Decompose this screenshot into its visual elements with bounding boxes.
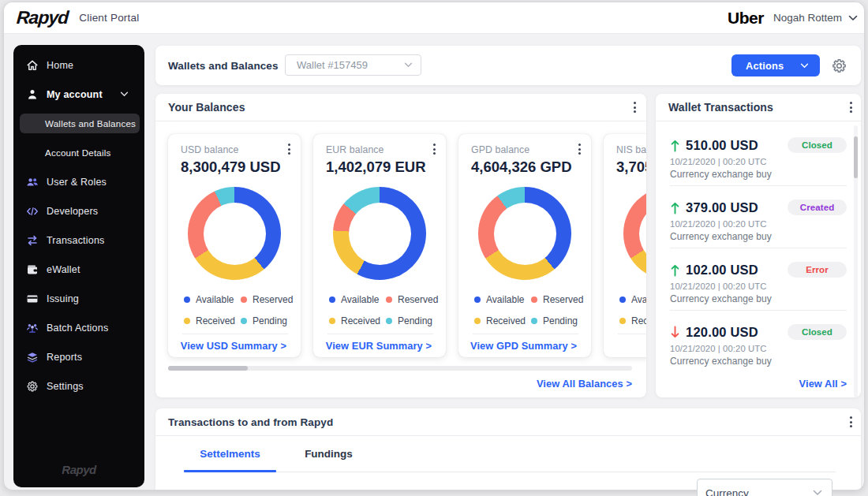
sidebar-item-batch-actions[interactable]: Batch Actions xyxy=(13,313,144,342)
sidebar-item-user-roles[interactable]: User & Roles xyxy=(13,167,144,196)
sidebar-item-home[interactable]: Home xyxy=(13,50,144,80)
transactions-vertical-scrollbar[interactable] xyxy=(854,125,858,397)
legend-dot xyxy=(329,318,335,324)
legend-dot xyxy=(619,318,626,324)
balance-card: USD balance 8,300,479 USD AvailableReser… xyxy=(168,134,301,357)
sidebar-item-my-account[interactable]: My account xyxy=(13,80,144,109)
settings-gear-icon[interactable] xyxy=(829,56,848,75)
client-portal-label: Client Portal xyxy=(79,12,139,24)
view-all-balances-link[interactable]: View All Balances > xyxy=(537,378,632,390)
legend-dot xyxy=(329,296,335,303)
currency-select-value: Currency xyxy=(705,487,749,496)
sidebar-watermark: Rapyd xyxy=(13,463,144,476)
tab-fundings[interactable]: Fundings xyxy=(276,436,381,472)
transaction-first-line: 120.00 USD Closed xyxy=(670,324,847,340)
your-balances-title: Your Balances xyxy=(168,101,245,114)
uber-logo: Uber xyxy=(728,9,764,28)
chevron-down-icon xyxy=(120,91,129,97)
legend-label: Available xyxy=(196,294,234,305)
sidebar-item-label: Developers xyxy=(47,206,98,217)
scrollbar-thumb[interactable] xyxy=(168,366,248,371)
legend-dot xyxy=(184,296,190,303)
home-icon xyxy=(26,59,39,72)
balance-card-kebab-menu-icon[interactable] xyxy=(572,142,586,156)
balance-legend: AvailableReservedReceivedPending xyxy=(181,294,288,326)
your-balances-panel: Your Balances USD balance 8,300,479 USD … xyxy=(155,94,646,397)
legend-item: Available xyxy=(329,294,386,305)
transactions-list: 510.00 USD Closed 10/21/2020 | 00:20 UTC… xyxy=(656,121,861,377)
balance-card-kebab-menu-icon[interactable] xyxy=(282,142,296,156)
sidebar-item-ewallet[interactable]: eWallet xyxy=(13,255,144,284)
top-header: Rapyd Client Portal Uber Nogah Rottem xyxy=(4,2,864,34)
balance-donut-chart xyxy=(333,187,426,280)
wallet-select[interactable]: Wallet #157459 xyxy=(285,54,421,76)
tab-settlements-label: Settelments xyxy=(200,448,260,460)
sidebar-subitem-account-details[interactable]: Account Details xyxy=(13,138,144,167)
currency-select[interactable]: Currency xyxy=(697,479,832,496)
wallet-transactions-panel: Wallet Transactions 510.00 USD Closed 10… xyxy=(656,94,861,397)
your-balances-kebab-menu-icon[interactable] xyxy=(627,100,642,114)
legend-dot xyxy=(531,318,537,324)
balance-card: GPD balance 4,604,326 GPD AvailableReser… xyxy=(458,134,591,357)
legend-label: Received xyxy=(631,315,646,326)
balance-card-header: NIS balance xyxy=(616,142,646,156)
view-summary-link[interactable]: View USD Summary > xyxy=(181,340,286,352)
legend-label: Pending xyxy=(398,315,432,326)
balance-donut-chart xyxy=(188,187,281,280)
balance-card: EUR balance 1,402,079 EUR AvailableReser… xyxy=(313,134,446,357)
card-link-row: View GPD Summary > xyxy=(473,334,578,357)
toolbar-panel: Wallets and Balances Wallet #157459 Acti… xyxy=(155,46,861,85)
wallet-icon xyxy=(26,263,39,276)
legend-item: Pending xyxy=(241,315,293,326)
transaction-row[interactable]: 120.00 USD Closed 10/21/2020 | 00:20 UTC… xyxy=(670,315,847,377)
balance-card-kebab-menu-icon[interactable] xyxy=(427,142,441,156)
sidebar-item-transactions[interactable]: Transactions xyxy=(13,226,144,255)
card-link-row: View USD Summary > xyxy=(182,334,288,357)
transaction-row[interactable]: 379.00 USD Created 10/21/2020 | 00:20 UT… xyxy=(670,190,847,252)
transaction-first-line: 510.00 USD Closed xyxy=(670,137,847,153)
rapyd-transactions-kebab-menu-icon[interactable] xyxy=(844,415,858,429)
sidebar-subitem-label: Account Details xyxy=(45,147,111,158)
scrollbar-thumb[interactable] xyxy=(854,136,858,178)
balances-horizontal-scrollbar[interactable] xyxy=(168,366,632,371)
view-summary-link[interactable]: View EUR Summary > xyxy=(326,340,432,352)
sidebar-item-issuing[interactable]: Issuing xyxy=(13,284,144,313)
wallet-select-value: Wallet #157459 xyxy=(297,59,368,71)
view-all-transactions-link[interactable]: View All > xyxy=(799,378,847,390)
sidebar-subitem-wallets-and-balances[interactable]: Wallets and Balances xyxy=(13,109,144,138)
balance-amount: 3,705,000 NIS xyxy=(616,158,646,176)
wallet-transactions-kebab-menu-icon[interactable] xyxy=(844,100,858,114)
balance-amount: 8,300,479 USD xyxy=(181,158,288,176)
balance-card-label: USD balance xyxy=(181,142,239,155)
actions-button[interactable]: Actions xyxy=(731,54,820,76)
page-title: Wallets and Balances xyxy=(168,60,279,72)
legend-item: Received xyxy=(474,315,531,326)
card-link-row: View EUR Summary > xyxy=(327,334,433,357)
sidebar-item-settings[interactable]: Settings xyxy=(13,371,144,401)
legend-dot xyxy=(386,318,392,324)
user-menu-chevron-down-icon[interactable] xyxy=(848,15,858,21)
legend-dot xyxy=(474,296,481,303)
sidebar-item-developers[interactable]: Developers xyxy=(13,196,144,226)
legend-dot xyxy=(386,296,392,303)
balance-card-header: USD balance xyxy=(181,142,288,156)
legend-label: Available xyxy=(631,294,646,305)
transaction-amount: 510.00 USD xyxy=(686,138,758,153)
balance-card-label: NIS balance xyxy=(616,142,646,155)
tab-settlements[interactable]: Settelments xyxy=(184,436,276,472)
legend-dot xyxy=(619,296,626,303)
sidebar-item-reports[interactable]: Reports xyxy=(13,342,144,371)
transaction-row[interactable]: 102.00 USD Error 10/21/2020 | 00:20 UTC … xyxy=(670,252,847,315)
toolbar-right-group: Actions xyxy=(731,54,848,76)
legend-item: Available xyxy=(474,294,531,305)
transaction-status-badge: Closed xyxy=(788,324,847,340)
balance-card-label: EUR balance xyxy=(326,142,384,155)
transaction-description: Currency exchange buy xyxy=(670,293,847,304)
transaction-row[interactable]: 510.00 USD Closed 10/21/2020 | 00:20 UTC… xyxy=(670,128,847,190)
view-summary-link[interactable]: View GPD Summary > xyxy=(470,340,577,352)
legend-dot xyxy=(184,318,190,324)
transaction-date: 10/21/2020 | 00:20 UTC xyxy=(670,157,847,166)
legend-label: Received xyxy=(486,315,526,326)
legend-label: Received xyxy=(341,315,380,326)
legend-item: Reserved xyxy=(531,294,583,305)
